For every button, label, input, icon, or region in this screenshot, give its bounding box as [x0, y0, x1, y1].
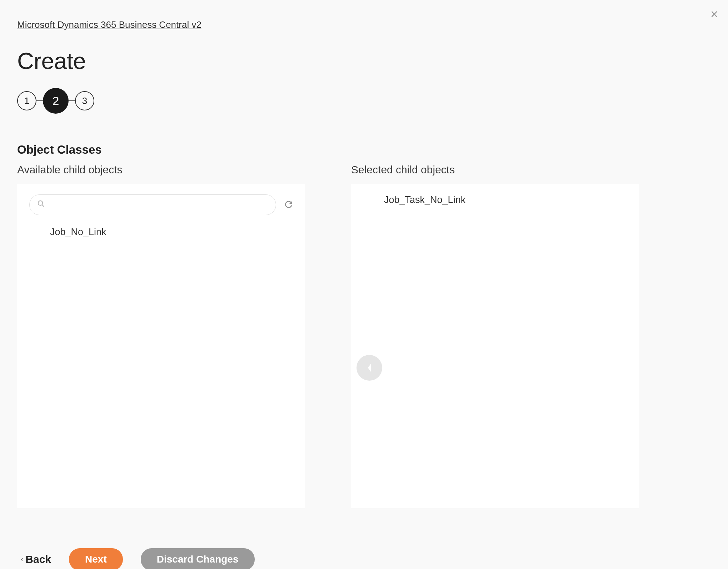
- search-input[interactable]: [29, 194, 276, 215]
- footer: ‹ Back Next Discard Changes: [17, 548, 711, 569]
- available-column: Available child objects Job_No_Link: [17, 164, 305, 509]
- selected-panel: Job_Task_No_Link: [351, 184, 639, 509]
- step-connector: [69, 100, 75, 101]
- section-title: Object Classes: [17, 143, 711, 157]
- back-label: Back: [25, 553, 51, 565]
- page-title: Create: [17, 48, 711, 74]
- chevron-left-icon: ‹: [21, 555, 23, 564]
- available-header: Available child objects: [17, 164, 305, 176]
- step-1[interactable]: 1: [17, 91, 36, 110]
- step-3[interactable]: 3: [75, 91, 94, 110]
- main-container: Microsoft Dynamics 365 Business Central …: [0, 0, 728, 569]
- selected-item[interactable]: Job_Task_No_Link: [351, 184, 639, 213]
- available-item[interactable]: Job_No_Link: [17, 219, 305, 245]
- breadcrumb-link[interactable]: Microsoft Dynamics 365 Business Central …: [17, 19, 201, 30]
- selected-header: Selected child objects: [351, 164, 639, 176]
- next-button[interactable]: Next: [69, 548, 123, 569]
- discard-button[interactable]: Discard Changes: [141, 548, 255, 569]
- search-wrap: [29, 194, 276, 215]
- refresh-button[interactable]: [283, 199, 294, 211]
- columns: Available child objects Job_No_Link: [17, 164, 711, 509]
- chevron-left-icon: [367, 363, 372, 372]
- available-panel-toolbar: [17, 184, 305, 219]
- stepper: 1 2 3: [17, 88, 711, 114]
- move-left-button[interactable]: [356, 355, 382, 381]
- refresh-icon: [283, 199, 294, 210]
- selected-column: Selected child objects Job_Task_No_Link: [351, 164, 639, 509]
- close-button[interactable]: ×: [710, 8, 718, 21]
- step-2[interactable]: 2: [43, 88, 69, 114]
- back-button[interactable]: ‹ Back: [21, 553, 51, 565]
- available-panel: Job_No_Link: [17, 184, 305, 509]
- step-connector: [36, 100, 43, 101]
